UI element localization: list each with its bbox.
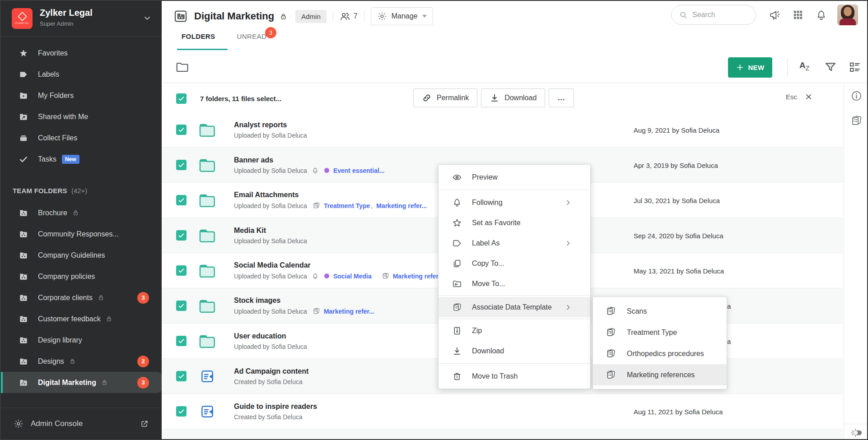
row-checkbox[interactable] <box>176 230 187 241</box>
filter-icon[interactable] <box>824 60 837 74</box>
sidebar-item-my-folders[interactable]: My Folders <box>1 85 162 106</box>
search-input[interactable] <box>692 11 747 19</box>
file-name[interactable]: User education <box>234 332 307 340</box>
sidebar-item-labels[interactable]: Labels <box>1 64 162 85</box>
file-name[interactable]: Social Media Calendar <box>234 261 443 269</box>
menu-item-download[interactable]: Download <box>439 341 590 361</box>
divider <box>787 59 788 76</box>
file-meta: Created by Sofia Deluca <box>234 378 303 385</box>
sidebar-item-label: Collect Files <box>38 134 77 142</box>
submenu-item-treatment-type[interactable]: Treatment Type <box>593 322 727 343</box>
file-name[interactable]: Ad Campaign content <box>234 367 308 375</box>
new-button-label: NEW <box>748 64 764 71</box>
folder-icon <box>198 192 216 208</box>
data-template-panel-button[interactable] <box>844 115 868 127</box>
row-checkbox[interactable] <box>176 406 187 417</box>
sidebar-item-company-guidelines[interactable]: Company Guidelines <box>1 245 162 266</box>
submenu-item-marketing-references[interactable]: Marketing references <box>593 364 727 385</box>
file-row[interactable]: Magazine ad.pdf <box>162 429 843 440</box>
file-name[interactable]: Stock images <box>234 296 374 305</box>
sidebar-item-digital-marketing[interactable]: Digital Marketing 3 <box>1 372 162 393</box>
template-link[interactable]: Marketing refer... <box>324 308 374 315</box>
sidebar-item-tasks[interactable]: Tasks New <box>1 148 162 170</box>
apps-grid-button[interactable] <box>792 9 804 21</box>
permalink-button[interactable]: Permalink <box>413 88 477 107</box>
manage-button[interactable]: Manage <box>371 7 433 25</box>
sidebar-item-company-policies[interactable]: Company policies <box>1 266 162 287</box>
logo-text: ZYLKER INC. <box>15 22 29 24</box>
shared-folder-icon <box>19 112 28 121</box>
menu-item-zip[interactable]: Zip <box>439 320 590 341</box>
members-count: 7 <box>354 12 358 20</box>
tab-folders[interactable]: FOLDERS <box>182 32 215 46</box>
row-checkbox[interactable] <box>176 265 187 276</box>
link-icon <box>422 93 432 103</box>
close-icon[interactable] <box>804 93 813 101</box>
zip-icon <box>452 326 462 336</box>
sidebar-item-shared-with-me[interactable]: Shared with Me <box>1 106 162 127</box>
download-icon <box>452 346 462 356</box>
file-name[interactable]: Email Attachments <box>234 191 427 199</box>
sidebar-item-favorites[interactable]: Favorites <box>1 42 162 64</box>
search-box[interactable] <box>671 5 756 25</box>
menu-item-associate-data-template[interactable]: Associate Data Template <box>439 297 590 317</box>
download-button[interactable]: Download <box>481 88 545 107</box>
row-checkbox[interactable] <box>176 160 187 170</box>
label-link[interactable]: Social Media <box>333 273 372 280</box>
file-row[interactable]: Guide to inspire readers Created by Sofi… <box>162 394 843 429</box>
sidebar-item-designs[interactable]: Designs 2 <box>1 351 162 372</box>
announcements-button[interactable] <box>769 9 781 21</box>
menu-item-copy-to[interactable]: Copy To... <box>439 253 590 273</box>
folder-icon <box>198 227 216 244</box>
menu-item-preview[interactable]: Preview <box>439 167 590 187</box>
menu-item-following[interactable]: Following <box>439 192 590 213</box>
breadcrumb-folder-icon[interactable] <box>175 60 189 74</box>
menu-item-move-to[interactable]: Move To... <box>439 273 590 294</box>
file-name[interactable]: Guide to inspire readers <box>234 403 317 411</box>
template-link[interactable]: Marketing refer... <box>376 202 427 209</box>
file-name[interactable]: Media Kit <box>234 227 307 235</box>
menu-item-move-to-trash[interactable]: Move to Trash <box>439 366 590 386</box>
sidebar-item-corporate-clients[interactable]: Corporate clients 3 <box>1 287 162 308</box>
external-link-icon[interactable] <box>140 419 149 428</box>
view-layout-icon[interactable] <box>848 60 862 74</box>
file-row[interactable]: Analyst reports Uploaded by Sofia Deluca… <box>162 112 843 148</box>
chevron-down-icon[interactable] <box>143 14 152 23</box>
collect-tray-icon <box>19 134 28 143</box>
tab-unread[interactable]: UNREAD 3 <box>237 32 266 46</box>
separator: , <box>371 202 373 209</box>
label-link[interactable]: Event essential... <box>333 167 385 174</box>
info-button[interactable] <box>844 90 868 102</box>
menu-item-label: Zip <box>472 327 482 335</box>
more-actions-button[interactable]: ... <box>549 88 574 107</box>
notifications-button[interactable] <box>815 9 827 21</box>
file-name[interactable]: Analyst reports <box>234 121 307 129</box>
row-checkbox[interactable] <box>176 336 187 346</box>
members-button[interactable]: 7 <box>340 11 358 22</box>
org-switcher[interactable]: ZYLKER INC. Zylker Legal Super Admin <box>1 1 162 37</box>
select-all-checkbox[interactable] <box>176 93 187 104</box>
template-link[interactable]: Marketing refer... <box>393 273 443 280</box>
new-button[interactable]: NEW <box>728 57 772 78</box>
team-folders-count: (42+) <box>71 187 87 195</box>
file-name[interactable]: Banner ads <box>234 156 385 164</box>
sidebar-item-community-responses[interactable]: Community Responses... <box>1 223 162 245</box>
menu-item-label-as[interactable]: Label As <box>439 233 590 253</box>
admin-console-link[interactable]: Admin Console <box>1 408 162 439</box>
row-checkbox[interactable] <box>176 125 187 135</box>
row-checkbox[interactable] <box>176 195 187 205</box>
label-icon <box>19 70 28 79</box>
row-checkbox[interactable] <box>176 301 187 311</box>
sort-button[interactable]: AZ <box>799 60 809 70</box>
template-link[interactable]: Treatment Type <box>324 202 370 209</box>
avatar[interactable] <box>837 5 858 25</box>
sidebar-item-customer-feedback[interactable]: Customer feedback <box>1 308 162 329</box>
submenu-item-scans[interactable]: Scans <box>593 301 727 322</box>
sidebar-item-brochure[interactable]: Brochure <box>1 202 162 223</box>
submenu-item-orthopedics-procedures[interactable]: Orthopedics procedures <box>593 343 727 364</box>
sidebar-item-collect-files[interactable]: Collect Files <box>1 127 162 148</box>
sidebar-item-design-library[interactable]: Design library <box>1 329 162 351</box>
row-checkbox[interactable] <box>176 371 187 381</box>
menu-item-set-as-favorite[interactable]: Set as Favorite <box>439 213 590 233</box>
theme-toggle[interactable] <box>844 424 868 440</box>
